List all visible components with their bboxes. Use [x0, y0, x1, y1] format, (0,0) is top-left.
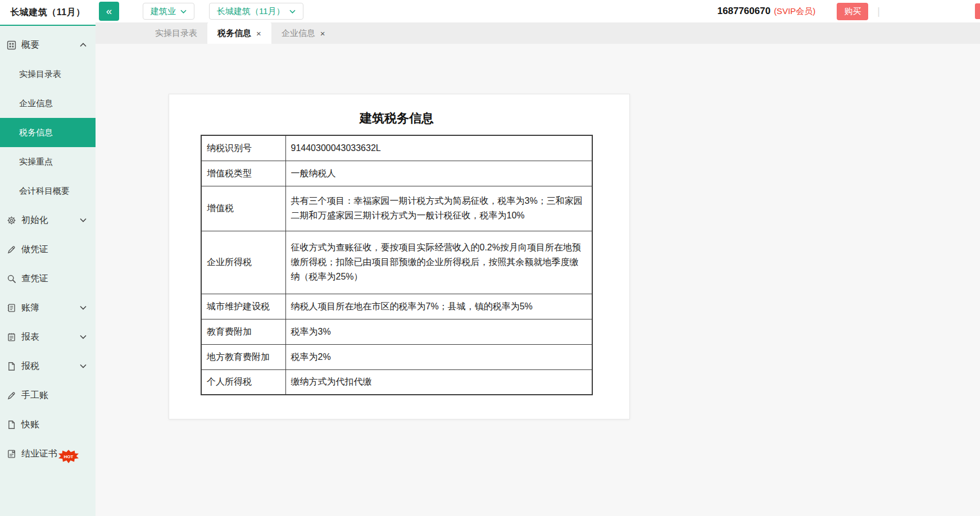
table-row: 个人所得税 缴纳方式为代扣代缴: [201, 369, 592, 395]
row-value: 税率为2%: [285, 344, 592, 369]
row-label: 城市维护建设税: [201, 294, 285, 319]
row-label: 增值税类型: [201, 161, 285, 186]
chevron-down-icon: [289, 10, 296, 13]
row-label: 纳税识别号: [201, 135, 285, 161]
tax-info-card: 建筑税务信息 纳税识别号 91440300043033632L 增值税类型 一般…: [169, 94, 630, 419]
close-icon[interactable]: ×: [256, 29, 261, 38]
sidebar-item-overview[interactable]: 概要: [0, 30, 96, 60]
sidebar-company-title: 长城建筑（11月）: [0, 0, 96, 26]
top-right-group: 1687760670 (SVIP会员) 购买 |: [718, 3, 980, 20]
content-area: 建筑税务信息 纳税识别号 91440300043033632L 增值税类型 一般…: [96, 44, 980, 516]
industry-dropdown[interactable]: 建筑业: [143, 3, 194, 20]
close-icon[interactable]: ×: [320, 29, 325, 38]
sidebar-item-practice-points[interactable]: 实操重点: [0, 147, 96, 176]
hot-badge: HOT: [58, 450, 79, 463]
sidebar-item-label: 账簿: [21, 302, 39, 314]
file-icon: [7, 362, 16, 371]
company-dropdown[interactable]: 长城建筑（11月）: [209, 3, 303, 20]
search-icon: [7, 274, 16, 284]
row-value: 纳税人项目所在地在市区的税率为7%；县城，镇的税率为5%: [285, 294, 592, 319]
industry-dropdown-value: 建筑业: [151, 6, 176, 17]
sidebar-item-label: 实操重点: [19, 157, 53, 167]
table-row: 地方教育费附加 税率为2%: [201, 344, 592, 369]
table-row: 增值税 共有三个项目：幸福家园一期计税方式为简易征收，税率为3%；三和家园二期和…: [201, 186, 592, 231]
chevron-up-icon: [80, 43, 87, 47]
sidebar-item-practice-directory[interactable]: 实操目录表: [0, 60, 96, 89]
company-dropdown-value: 长城建筑（11月）: [217, 6, 285, 17]
row-label: 教育费附加: [201, 319, 285, 344]
table-row: 增值税类型 一般纳税人: [201, 161, 592, 186]
chevron-down-icon: [80, 218, 87, 222]
sidebar-item-label: 做凭证: [21, 244, 48, 255]
top-bar: « 建筑业 长城建筑（11月） 1687760670 (SVIP会员) 购买 |: [96, 0, 980, 22]
sidebar-item-company-info[interactable]: 企业信息: [0, 89, 96, 118]
sidebar-collapse-button[interactable]: «: [99, 2, 119, 21]
tab-company-info[interactable]: 企业信息 ×: [271, 22, 335, 44]
row-value: 缴纳方式为代扣代缴: [285, 369, 592, 395]
pencil-icon: [7, 391, 16, 400]
sidebar-item-quick-account[interactable]: 快账: [0, 410, 96, 439]
chevron-down-icon: [80, 335, 87, 339]
main-area: « 建筑业 长城建筑（11月） 1687760670 (SVIP会员) 购买 |…: [96, 0, 980, 516]
sidebar-item-label: 快账: [21, 419, 39, 431]
tab-label: 企业信息: [282, 28, 315, 39]
ledger-icon: [7, 303, 16, 313]
sidebar-item-label: 概要: [21, 39, 39, 51]
row-label: 企业所得税: [201, 231, 285, 294]
sidebar-item-label: 企业信息: [19, 98, 53, 109]
cut-off-button[interactable]: [975, 3, 980, 19]
sidebar-item-manual-account[interactable]: 手工账: [0, 381, 96, 410]
user-id: 1687760670: [718, 6, 771, 17]
table-row: 教育费附加 税率为3%: [201, 319, 592, 344]
sidebar: 长城建筑（11月） 概要 实操目录表 企业信息 税务信息 实操重点 会计科目概要: [0, 0, 96, 516]
report-icon: [7, 332, 16, 342]
tab-bar: 实操目录表 税务信息 × 企业信息 ×: [96, 22, 980, 44]
sidebar-item-label: 实操目录表: [19, 69, 61, 80]
buy-button[interactable]: 购买: [837, 3, 868, 20]
sidebar-item-label: 结业证书: [21, 448, 57, 460]
row-label: 地方教育费附加: [201, 344, 285, 369]
certificate-icon: [7, 449, 16, 459]
sidebar-item-initialization[interactable]: 初始化: [0, 206, 96, 235]
row-value: 91440300043033632L: [285, 135, 592, 161]
chevron-down-icon: [80, 364, 87, 368]
page-title: 建筑税务信息: [201, 110, 593, 127]
sidebar-item-search-voucher[interactable]: 查凭证: [0, 264, 96, 293]
chevron-down-icon: [180, 10, 187, 13]
sidebar-item-label: 税务信息: [19, 127, 53, 138]
sidebar-item-make-voucher[interactable]: 做凭证: [0, 235, 96, 264]
table-row: 纳税识别号 91440300043033632L: [201, 135, 592, 161]
chevron-down-icon: [80, 305, 87, 310]
tab-practice-directory[interactable]: 实操目录表: [145, 22, 207, 44]
sidebar-item-completion-certificate[interactable]: 结业证书 HOT: [0, 439, 96, 468]
membership-badge: (SVIP会员): [774, 6, 815, 17]
sidebar-item-label: 查凭证: [21, 273, 48, 285]
tab-tax-info[interactable]: 税务信息 ×: [207, 22, 271, 44]
sidebar-item-label: 报税: [21, 360, 39, 372]
grid-icon: [7, 40, 16, 50]
table-row: 企业所得税 征收方式为查账征收，要按项目实际经营收入的0.2%按月向项目所在地预…: [201, 231, 592, 294]
tab-label: 税务信息: [217, 28, 251, 39]
tax-info-table: 纳税识别号 91440300043033632L 增值税类型 一般纳税人 增值税…: [201, 135, 593, 395]
row-value: 一般纳税人: [285, 161, 592, 186]
row-value: 征收方式为查账征收，要按项目实际经营收入的0.2%按月向项目所在地预缴所得税；扣…: [285, 231, 592, 294]
pencil-icon: [7, 245, 16, 254]
sidebar-item-reports[interactable]: 报表: [0, 322, 96, 351]
file-icon: [7, 420, 16, 430]
sidebar-item-account-books[interactable]: 账簿: [0, 293, 96, 322]
sidebar-item-tax-info[interactable]: 税务信息: [0, 118, 96, 147]
sidebar-item-tax-filing[interactable]: 报税: [0, 351, 96, 381]
sidebar-item-label: 初始化: [21, 214, 48, 226]
row-value: 税率为3%: [285, 319, 592, 344]
topbar-divider: |: [877, 6, 880, 17]
sidebar-item-label: 报表: [21, 331, 39, 343]
tab-label: 实操目录表: [155, 28, 197, 39]
row-label: 个人所得税: [201, 369, 285, 395]
sidebar-item-label: 会计科目概要: [19, 186, 70, 197]
gear-icon: [7, 216, 16, 225]
sidebar-item-label: 手工账: [21, 390, 48, 401]
row-label: 增值税: [201, 186, 285, 231]
sidebar-item-account-subjects-overview[interactable]: 会计科目概要: [0, 176, 96, 206]
sidebar-nav: 概要 实操目录表 企业信息 税务信息 实操重点 会计科目概要 初始化: [0, 26, 96, 468]
row-value: 共有三个项目：幸福家园一期计税方式为简易征收，税率为3%；三和家园二期和万盛家园…: [285, 186, 592, 231]
